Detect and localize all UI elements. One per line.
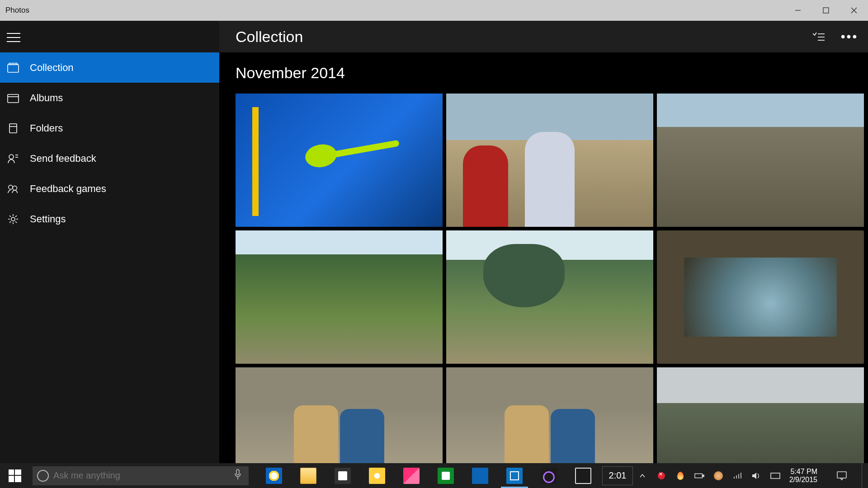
tray-user-icon[interactable]: [713, 471, 723, 481]
hamburger-button[interactable]: [0, 24, 219, 51]
photo-thumbnail[interactable]: [236, 94, 443, 227]
tray-volume-icon[interactable]: [751, 471, 761, 481]
svg-rect-23: [15, 469, 21, 475]
taskbar-time: 5:47 PM: [790, 468, 817, 476]
window-titlebar: Photos: [0, 0, 868, 21]
svg-rect-9: [8, 94, 19, 103]
svg-rect-22: [9, 469, 14, 475]
sidebar-item-collection[interactable]: Collection: [0, 52, 219, 83]
feedback-games-icon: [7, 183, 19, 195]
more-button[interactable]: •••: [843, 30, 856, 43]
tray-battery-icon[interactable]: [694, 471, 704, 481]
minimize-button[interactable]: [784, 0, 812, 21]
tray-network-icon[interactable]: [732, 471, 742, 481]
svg-rect-36: [837, 472, 846, 478]
nav-list: Collection Albums Folders Send feedback: [0, 52, 219, 234]
photo-thumbnail[interactable]: [446, 94, 653, 227]
tray-security-icon[interactable]: [656, 471, 666, 481]
taskbar-clock-widget[interactable]: 2:01: [600, 463, 635, 488]
ellipsis-icon: •••: [841, 29, 858, 44]
main-header: Collection •••: [219, 21, 868, 52]
svg-rect-24: [9, 476, 14, 482]
feedback-icon: [7, 153, 19, 164]
taskbar-app-browser[interactable]: [360, 463, 394, 488]
svg-rect-35: [771, 473, 780, 479]
window-title: Photos: [5, 6, 29, 15]
main-pane: Collection ••• November 2014: [219, 21, 868, 463]
taskbar-app-keyboard[interactable]: [566, 463, 600, 488]
taskbar-datetime[interactable]: 5:47 PM 2/9/2015: [789, 468, 822, 484]
sidebar-item-albums[interactable]: Albums: [0, 83, 219, 113]
albums-icon: [7, 92, 19, 104]
sidebar-item-feedback-games[interactable]: Feedback games: [0, 174, 219, 204]
svg-rect-26: [236, 469, 239, 475]
taskbar-app-settings[interactable]: [532, 463, 566, 488]
taskbar-app-pink[interactable]: [394, 463, 429, 488]
svg-rect-29: [703, 475, 704, 477]
taskbar-app-edge[interactable]: [257, 463, 291, 488]
select-button[interactable]: [812, 30, 826, 43]
tray-flame-icon[interactable]: [675, 471, 685, 481]
taskbar-app-store[interactable]: [326, 463, 360, 488]
svg-marker-34: [752, 473, 756, 479]
taskbar-date: 2/9/2015: [789, 476, 817, 484]
sidebar-item-folders[interactable]: Folders: [0, 113, 219, 143]
svg-rect-28: [695, 474, 703, 478]
taskbar-app-photos[interactable]: [497, 463, 532, 488]
action-center-button[interactable]: [831, 463, 853, 488]
svg-point-13: [9, 155, 14, 159]
tray-keyboard-icon[interactable]: [770, 471, 780, 481]
sidebar-item-label: Folders: [30, 122, 63, 134]
taskbar-search[interactable]: [33, 466, 249, 485]
photo-thumbnail[interactable]: [657, 367, 864, 463]
sidebar: Collection Albums Folders Send feedback: [0, 21, 219, 463]
svg-point-18: [11, 217, 15, 221]
content-scroll[interactable]: November 2014: [219, 52, 868, 463]
taskbar: 2:01 5:47 PM 2/9/2015: [0, 463, 868, 488]
mic-icon[interactable]: [234, 469, 244, 482]
sidebar-item-label: Send feedback: [30, 153, 96, 164]
photo-grid: [236, 94, 852, 463]
folders-icon: [7, 122, 19, 134]
header-actions: •••: [812, 30, 856, 43]
collection-icon: [7, 62, 19, 74]
photo-thumbnail[interactable]: [236, 230, 443, 364]
svg-point-16: [9, 185, 13, 189]
clock-widget-time: 2:01: [602, 466, 633, 485]
window-controls: [784, 0, 868, 21]
close-button[interactable]: [840, 0, 868, 21]
page-title: Collection: [236, 28, 303, 46]
sidebar-item-label: Settings: [30, 213, 66, 225]
svg-rect-7: [8, 65, 19, 72]
sidebar-item-label: Feedback games: [30, 183, 106, 195]
photo-thumbnail[interactable]: [236, 367, 443, 463]
photo-thumbnail[interactable]: [657, 230, 864, 364]
system-tray: [637, 471, 780, 481]
photo-thumbnail[interactable]: [446, 230, 653, 364]
svg-rect-11: [9, 124, 17, 133]
taskbar-app-xbox[interactable]: [429, 463, 463, 488]
gear-icon: [7, 213, 19, 225]
show-desktop-button[interactable]: [862, 463, 865, 488]
taskbar-apps: 2:01: [257, 463, 635, 488]
app-body: Collection Albums Folders Send feedback: [0, 21, 868, 463]
svg-rect-25: [15, 476, 21, 482]
svg-rect-8: [9, 63, 17, 65]
sidebar-item-send-feedback[interactable]: Send feedback: [0, 143, 219, 174]
sidebar-item-label: Albums: [30, 92, 63, 104]
taskbar-right: 5:47 PM 2/9/2015: [637, 463, 868, 488]
sidebar-item-settings[interactable]: Settings: [0, 204, 219, 234]
date-heading[interactable]: November 2014: [236, 64, 852, 82]
maximize-button[interactable]: [812, 0, 840, 21]
svg-point-17: [13, 186, 17, 190]
tray-overflow-button[interactable]: [637, 471, 647, 481]
cortana-icon: [37, 470, 49, 482]
sidebar-item-label: Collection: [30, 62, 74, 74]
search-input[interactable]: [53, 470, 230, 481]
svg-rect-1: [823, 8, 829, 13]
taskbar-app-file-explorer[interactable]: [291, 463, 326, 488]
photo-thumbnail[interactable]: [446, 367, 653, 463]
taskbar-app-mail[interactable]: [463, 463, 497, 488]
start-button[interactable]: [0, 463, 30, 488]
photo-thumbnail[interactable]: [657, 94, 864, 227]
